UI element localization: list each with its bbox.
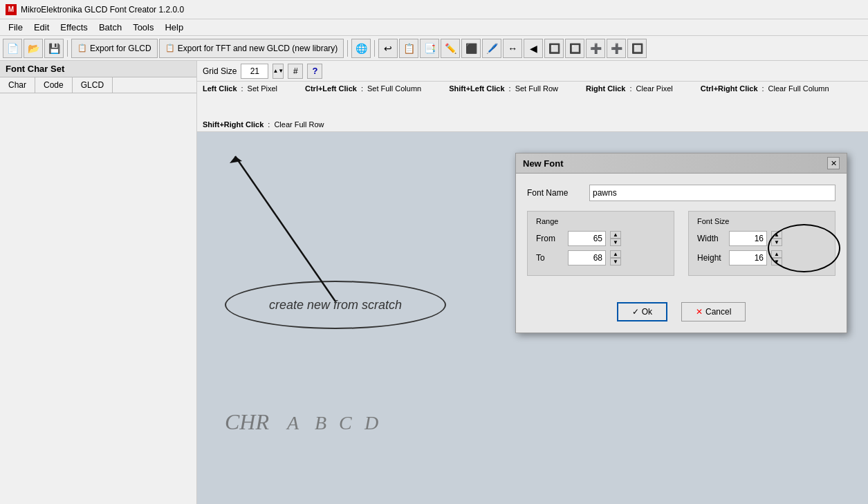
web-button[interactable]: 🌐: [351, 39, 371, 58]
instr-right-click: Right Click : Clear Pixel: [586, 84, 673, 93]
shift-left-action: Set Full Row: [515, 84, 558, 93]
char-preview-area: CHR A B C D: [218, 395, 412, 452]
export-tft-button[interactable]: 📋 Export for TFT and new GLCD (new libra…: [159, 39, 344, 58]
menu-help[interactable]: Help: [159, 21, 189, 34]
width-up[interactable]: ▲: [771, 231, 782, 239]
tab-glcd[interactable]: GLCD: [73, 77, 113, 93]
ctrl-left-action: Set Full Column: [367, 84, 421, 93]
width-input[interactable]: [729, 231, 767, 246]
font-size-group-title: Font Size: [697, 217, 827, 225]
width-spinner[interactable]: ▲ ▼: [771, 231, 782, 246]
help-button[interactable]: ?: [307, 64, 322, 79]
grid-size-input[interactable]: [241, 64, 268, 79]
shift-right-key: Shift+Right Click: [203, 120, 264, 129]
height-down[interactable]: ▼: [771, 258, 782, 265]
char-drawings: CHR A B C D: [218, 395, 412, 450]
menu-effects[interactable]: Effects: [55, 21, 93, 34]
btn2[interactable]: 📋: [399, 39, 418, 58]
menu-edit[interactable]: Edit: [28, 21, 55, 34]
ok-checkmark: ✓: [632, 307, 639, 317]
svg-line-0: [235, 156, 335, 301]
main-layout: Font Char Set Char Code GLCD Grid Size ▲…: [0, 61, 868, 504]
svg-text:C: C: [339, 412, 352, 433]
height-label: Height: [697, 253, 725, 263]
dialog-title: New Font: [523, 158, 564, 169]
tab-char[interactable]: Char: [0, 77, 35, 93]
range-group: Range From ▲ ▼ T: [527, 211, 674, 276]
cancel-button[interactable]: ✕ Cancel: [681, 302, 746, 321]
menu-file[interactable]: File: [3, 21, 28, 34]
cancel-x: ✕: [696, 307, 703, 317]
app-title: MikroElektronika GLCD Font Creator 1.2.0…: [21, 5, 184, 15]
grid-bar: Grid Size ▲▼ # ?: [197, 61, 868, 82]
instr-shift-right: Shift+Right Click : Clear Full Row: [203, 120, 324, 129]
new-button[interactable]: 📄: [3, 39, 22, 58]
annotation-text: create new from scratch: [269, 298, 402, 312]
export-glcd-button[interactable]: 📋 Export for GLCD: [71, 39, 158, 58]
font-name-input[interactable]: [589, 185, 835, 201]
btn10[interactable]: 🔲: [565, 39, 584, 58]
undo-button[interactable]: ↩: [378, 39, 398, 58]
from-row: From ▲ ▼: [536, 231, 665, 246]
toolbar-sep-3: [374, 40, 375, 57]
font-size-group: Font Size Width ▲ ▼: [688, 211, 835, 276]
from-input[interactable]: [568, 231, 606, 246]
btn6[interactable]: 🖊️: [482, 39, 501, 58]
toolbar: 📄 📂 💾 📋 Export for GLCD 📋 Export for TFT…: [0, 36, 868, 61]
grid-toggle-icon[interactable]: #: [288, 64, 303, 79]
font-name-row: Font Name: [527, 185, 835, 201]
tab-code[interactable]: Code: [35, 77, 73, 93]
from-spinner[interactable]: ▲ ▼: [610, 231, 621, 246]
btn11[interactable]: ➕: [586, 39, 605, 58]
right-click-key: Right Click: [586, 84, 625, 93]
export-tft-label: Export for TFT and new GLCD (new library…: [178, 44, 338, 53]
to-row: To ▲ ▼: [536, 250, 665, 265]
btn12[interactable]: ➕: [607, 39, 626, 58]
to-down[interactable]: ▼: [610, 258, 621, 265]
btn5[interactable]: ⬛: [461, 39, 481, 58]
open-button[interactable]: 📂: [24, 39, 43, 58]
instr-ctrl-left: Ctrl+Left Click : Set Full Column: [305, 84, 421, 93]
toolbar-sep-1: [67, 40, 68, 57]
to-spinner[interactable]: ▲ ▼: [610, 250, 621, 265]
menu-tools[interactable]: Tools: [127, 21, 159, 34]
height-up[interactable]: ▲: [771, 250, 782, 258]
left-click-action: Set Pixel: [248, 84, 277, 93]
to-label: To: [536, 253, 564, 263]
width-row: Width ▲ ▼: [697, 231, 827, 246]
from-label: From: [536, 234, 564, 243]
height-input[interactable]: [729, 250, 767, 265]
range-group-title: Range: [536, 217, 665, 225]
ok-button[interactable]: ✓ Ok: [617, 302, 667, 321]
height-spinner[interactable]: ▲ ▼: [771, 250, 782, 265]
to-up[interactable]: ▲: [610, 250, 621, 258]
save-button[interactable]: 💾: [44, 39, 64, 58]
height-row: Height ▲ ▼: [697, 250, 827, 265]
width-down[interactable]: ▼: [771, 239, 782, 246]
shift-right-action: Clear Full Row: [274, 120, 324, 129]
menu-batch[interactable]: Batch: [93, 21, 127, 34]
btn9[interactable]: 🔲: [544, 39, 564, 58]
left-panel-tabs: Char Code GLCD: [0, 77, 196, 93]
btn4[interactable]: ✏️: [441, 39, 460, 58]
ctrl-right-key: Ctrl+Right Click: [701, 84, 758, 93]
instr-left-click: Left Click : Set Pixel: [203, 84, 277, 93]
btn3[interactable]: 📑: [420, 39, 439, 58]
btn7[interactable]: ↔: [503, 39, 522, 58]
left-panel-header: Font Char Set: [0, 61, 196, 77]
new-font-dialog: New Font ✕ Font Name: [515, 153, 847, 333]
btn13[interactable]: 🔲: [627, 39, 647, 58]
from-down[interactable]: ▼: [610, 239, 621, 246]
grid-size-spinner[interactable]: ▲▼: [273, 64, 284, 79]
canvas-area[interactable]: create new from scratch CHR A B C D: [197, 132, 868, 504]
dialog-close-button[interactable]: ✕: [827, 157, 840, 169]
instr-ctrl-right: Ctrl+Right Click : Clear Full Column: [701, 84, 829, 93]
dialog-titlebar: New Font ✕: [516, 153, 847, 174]
cancel-label: Cancel: [705, 307, 731, 317]
from-up[interactable]: ▲: [610, 231, 621, 239]
dialog-buttons: ✓ Ok ✕ Cancel: [516, 297, 847, 333]
svg-text:D: D: [364, 412, 378, 433]
to-input[interactable]: [568, 250, 606, 265]
ctrl-right-action: Clear Full Column: [768, 84, 829, 93]
btn8[interactable]: ◀: [524, 39, 543, 58]
